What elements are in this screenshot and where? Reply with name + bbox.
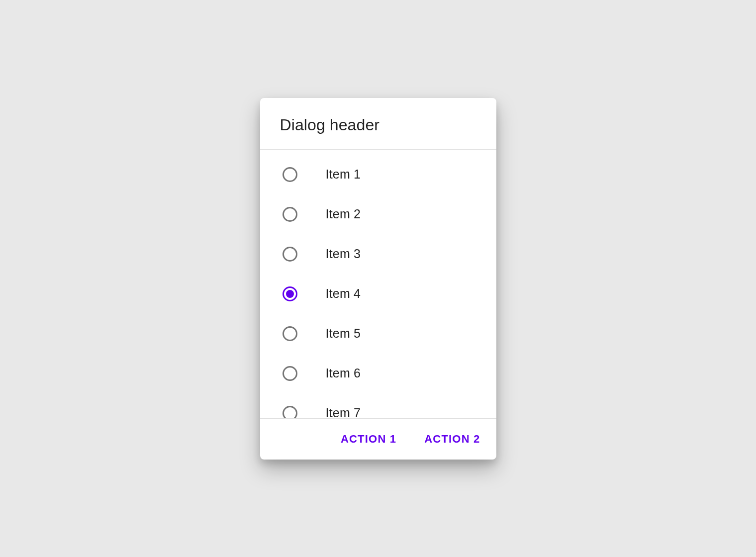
dialog-actions: ACTION 1 ACTION 2 bbox=[260, 418, 496, 460]
radio-label: Item 6 bbox=[326, 366, 361, 380]
action-1-button[interactable]: ACTION 1 bbox=[339, 429, 398, 450]
radio-unchecked-icon bbox=[282, 206, 298, 222]
radio-unchecked-icon bbox=[282, 405, 298, 418]
action-2-button[interactable]: ACTION 2 bbox=[422, 429, 482, 450]
dialog-title: Dialog header bbox=[280, 116, 476, 134]
dialog-body[interactable]: Item 1 Item 2 Item 3 Item 4 Item 5 bbox=[260, 150, 496, 418]
radio-item-5[interactable]: Item 5 bbox=[260, 314, 496, 354]
radio-item-6[interactable]: Item 6 bbox=[260, 354, 496, 393]
radio-unchecked-icon bbox=[282, 246, 298, 262]
radio-label: Item 1 bbox=[326, 167, 361, 182]
radio-label: Item 7 bbox=[326, 406, 361, 418]
radio-unchecked-icon bbox=[282, 167, 298, 183]
dialog: Dialog header Item 1 Item 2 Item 3 Item … bbox=[260, 98, 496, 460]
radio-label: Item 4 bbox=[326, 286, 361, 301]
radio-unchecked-icon bbox=[282, 326, 298, 342]
radio-item-7[interactable]: Item 7 bbox=[260, 393, 496, 418]
radio-item-4[interactable]: Item 4 bbox=[260, 274, 496, 314]
radio-item-2[interactable]: Item 2 bbox=[260, 194, 496, 234]
radio-label: Item 3 bbox=[326, 247, 361, 261]
dialog-header: Dialog header bbox=[260, 98, 496, 150]
radio-label: Item 5 bbox=[326, 326, 361, 341]
radio-item-3[interactable]: Item 3 bbox=[260, 234, 496, 274]
radio-checked-icon bbox=[282, 286, 298, 302]
radio-label: Item 2 bbox=[326, 207, 361, 221]
radio-item-1[interactable]: Item 1 bbox=[260, 155, 496, 194]
radio-unchecked-icon bbox=[282, 366, 298, 381]
